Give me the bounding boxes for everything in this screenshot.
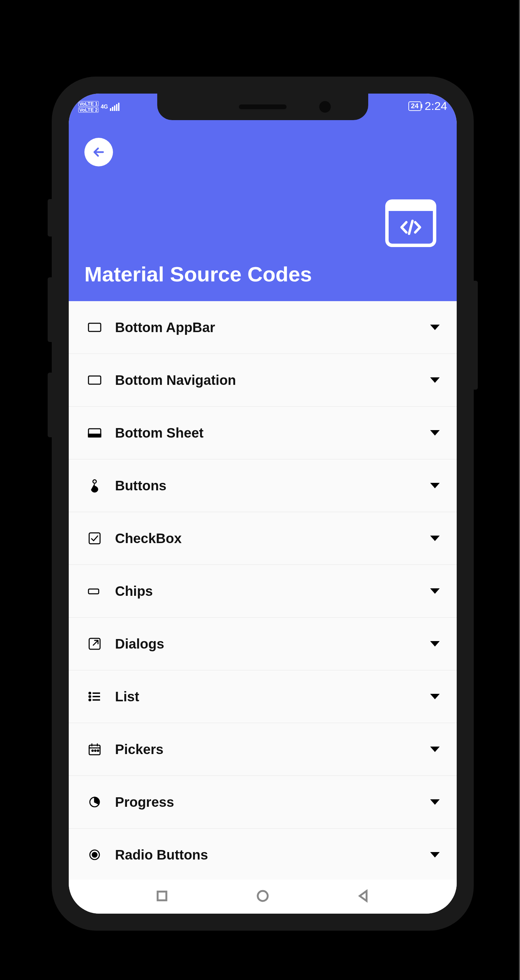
svg-rect-24 <box>157 891 166 900</box>
caret-down-icon <box>430 430 440 436</box>
list-item-label: Progress <box>115 795 430 810</box>
signal-bars-icon <box>110 103 119 111</box>
panel-bottom-outline-icon <box>86 371 103 389</box>
svg-point-4 <box>93 480 96 483</box>
svg-point-10 <box>89 696 91 698</box>
chip-icon <box>86 582 103 600</box>
caret-down-icon <box>430 746 440 752</box>
caret-down-icon <box>430 799 440 805</box>
volte-indicator-2: VoLTE 2 <box>78 107 99 113</box>
network-type: 4G <box>101 104 108 110</box>
caret-down-icon <box>430 536 440 541</box>
volte-indicator-1: VoLTE 1 <box>78 101 99 107</box>
phone-camera <box>319 101 331 113</box>
arrow-left-icon <box>91 145 106 159</box>
status-right: 24 2:24 <box>409 99 447 113</box>
caret-down-icon <box>430 325 440 330</box>
list-item-label: Bottom AppBar <box>115 320 430 335</box>
phone-speaker <box>239 105 286 109</box>
phone-power-button <box>474 281 478 390</box>
system-nav-bar <box>69 880 457 914</box>
svg-rect-1 <box>89 376 101 384</box>
caret-down-icon <box>430 377 440 383</box>
caret-down-icon <box>430 483 440 488</box>
material-list: Bottom AppBarBottom NavigationBottom She… <box>69 301 457 881</box>
list-item-label: Dialogs <box>115 636 430 652</box>
open-external-icon <box>86 635 103 653</box>
touch-icon <box>86 477 103 495</box>
list-item[interactable]: Bottom AppBar <box>69 301 457 354</box>
svg-point-23 <box>92 853 97 857</box>
svg-rect-6 <box>89 589 99 594</box>
list-icon <box>86 688 103 705</box>
list-item-label: Pickers <box>115 742 430 757</box>
list-item-label: Bottom Navigation <box>115 372 430 388</box>
list-item-label: Chips <box>115 584 430 599</box>
clock: 2:24 <box>425 99 447 113</box>
nav-recent-button[interactable] <box>154 888 170 905</box>
list-item[interactable]: Bottom Navigation <box>69 354 457 407</box>
list-item-label: CheckBox <box>115 531 430 546</box>
list-item-label: Bottom Sheet <box>115 425 430 441</box>
checkbox-icon <box>86 530 103 547</box>
phone-screen: VoLTE 1 VoLTE 2 4G 24 2:24 <box>69 94 457 914</box>
list-item[interactable]: Dialogs <box>69 617 457 670</box>
phone-side-button <box>48 199 52 237</box>
svg-point-18 <box>92 750 93 751</box>
progress-icon <box>86 793 103 811</box>
list-item[interactable]: Buttons <box>69 460 457 512</box>
list-item[interactable]: List <box>69 670 457 723</box>
caret-down-icon <box>430 852 440 858</box>
nav-home-button[interactable] <box>255 888 270 905</box>
radio-icon <box>86 846 103 864</box>
caret-down-icon <box>430 588 440 594</box>
svg-point-25 <box>258 891 267 901</box>
phone-volume-up <box>48 277 52 342</box>
phone-volume-down <box>48 372 52 437</box>
phone-frame: VoLTE 1 VoLTE 2 4G 24 2:24 <box>52 76 474 931</box>
svg-rect-3 <box>89 434 101 437</box>
svg-point-19 <box>95 750 96 751</box>
caret-down-icon <box>430 694 440 699</box>
list-item[interactable]: Progress <box>69 776 457 829</box>
list-item[interactable]: CheckBox <box>69 512 457 565</box>
svg-point-12 <box>89 699 91 701</box>
calendar-icon <box>86 740 103 758</box>
list-item[interactable]: Pickers <box>69 723 457 776</box>
panel-bottom-filled-icon <box>86 424 103 442</box>
list-item-label: List <box>115 689 430 705</box>
code-icon <box>385 199 436 247</box>
status-left: VoLTE 1 VoLTE 2 4G <box>78 101 119 113</box>
page-title: Material Source Codes <box>84 262 312 286</box>
panel-bottom-outline-icon <box>86 318 103 336</box>
app-header: VoLTE 1 VoLTE 2 4G 24 2:24 <box>69 94 457 301</box>
list-item[interactable]: Radio Buttons <box>69 829 457 881</box>
nav-back-button[interactable] <box>356 888 371 905</box>
svg-point-20 <box>97 750 99 751</box>
back-button[interactable] <box>84 138 113 166</box>
svg-point-8 <box>89 692 91 694</box>
list-item[interactable]: Chips <box>69 565 457 617</box>
svg-rect-5 <box>89 533 100 544</box>
battery-indicator: 24 <box>409 102 421 111</box>
list-item[interactable]: Bottom Sheet <box>69 407 457 460</box>
list-item-label: Buttons <box>115 478 430 493</box>
svg-rect-0 <box>89 323 101 331</box>
list-item-label: Radio Buttons <box>115 847 430 862</box>
phone-notch <box>157 94 368 120</box>
caret-down-icon <box>430 641 440 646</box>
